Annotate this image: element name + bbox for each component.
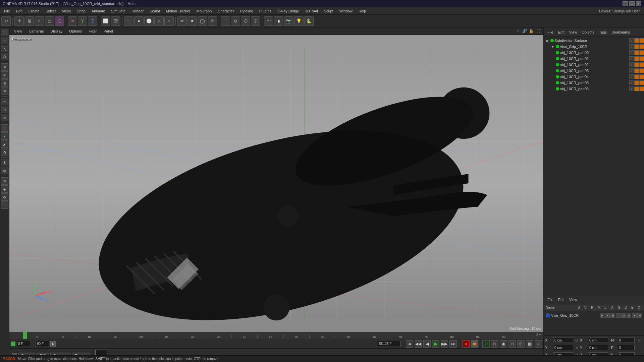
prev-keyframe-btn[interactable]: ◀◀ [415,340,422,348]
tree-check-p02-1[interactable]: ✓ [629,62,634,67]
lt-axis-x[interactable]: X [1,124,8,132]
tree-item-subdivision[interactable]: ▶ Subdivision Surface ✓ [544,38,644,44]
vp-menu-display[interactable]: Display [48,28,64,34]
menu-plugins[interactable]: Plugins [257,8,274,14]
tree-item-part00[interactable]: obj_10CR_part00 ✓ [544,50,644,56]
tree-item-part02[interactable]: obj_10CR_part02 ✓ [544,62,644,68]
menu-pipeline[interactable]: Pipeline [237,8,256,14]
minimize-button[interactable]: _ [623,1,628,6]
primitive-cylinder[interactable]: ⚪ [144,16,154,26]
tree-check-p01-1[interactable]: ✓ [629,56,634,61]
lt-model-mode[interactable]: ⬛ [1,29,8,36]
tree-check-p03-1[interactable]: ✓ [629,68,634,73]
render-to-btn[interactable]: ⊙ [508,340,516,348]
menu-motion-tracker[interactable]: Motion Tracker [163,8,193,14]
tool-active[interactable]: ⬡ [55,16,64,26]
spline-star[interactable]: ★ [187,16,197,26]
om-objects[interactable]: Objects [580,29,596,35]
vp-icon-link[interactable]: 🔗 [522,28,527,34]
menu-file[interactable]: File [1,8,13,14]
lt-move[interactable]: ✛ [1,71,8,79]
frame-step-btn[interactable]: ▶ [50,341,56,347]
lt-rotate[interactable]: ↻ [1,87,8,95]
lt-bridge[interactable]: ⊟ [1,106,8,113]
attr-icon-6[interactable]: ⊛ [627,313,631,318]
lt-knife[interactable]: ✁ [1,98,8,105]
menu-mesh[interactable]: Mesh [59,8,73,14]
tree-item-part04[interactable]: obj_10CR_part04 ✓ [544,74,644,80]
tree-check-p00-2[interactable] [634,50,639,55]
coord-h-val[interactable] [618,338,635,343]
tree-check-3[interactable] [639,38,644,43]
tree-item-vise-grip[interactable]: ▼ Vise_Grip_10CR ✓ [544,44,644,50]
vp-menu-filter[interactable]: Filter [87,28,99,34]
primitive-cube[interactable]: ⬛ [124,16,133,26]
lt-circle[interactable]: ○ [1,201,8,209]
tree-check-vise-2[interactable] [634,44,639,49]
lt-grid[interactable]: ⊞ [1,177,8,185]
deformer-bend[interactable]: 〰 [264,16,273,26]
keyframe-add-btn[interactable]: ⊕ [482,340,490,348]
deformer-bulge[interactable]: ◗ [274,16,283,26]
om-file[interactable]: File [546,29,555,35]
lt-select-live[interactable]: ⊛ [1,63,8,71]
tree-check-p00-1[interactable]: ✓ [629,50,634,55]
tree-check-p03-2[interactable] [634,68,639,73]
coord-p-val[interactable] [618,345,635,350]
menu-window[interactable]: Window [337,8,355,14]
tree-check-2[interactable] [634,38,639,43]
lt-mirror[interactable]: ⊞ [1,114,8,121]
undo-button[interactable]: ↩ [1,16,11,26]
mode-y[interactable]: Y [78,16,87,26]
menu-edit[interactable]: Edit [13,8,25,14]
coord-h-arrow[interactable]: ▷ [636,339,643,342]
timeline-view-btn[interactable]: ▦ [526,340,533,348]
menu-character[interactable]: Character [215,8,236,14]
vp-icon-lock[interactable]: 🔒 [529,28,534,34]
coord-y-size[interactable] [588,345,608,350]
start-frame-input[interactable] [17,341,30,347]
generator-loft[interactable]: ◫ [251,16,260,26]
mode-render[interactable]: 🎬 [111,16,120,26]
tree-check-vise-3[interactable] [639,44,644,49]
menu-sculpt[interactable]: Sculpt [147,8,163,14]
tree-check-p05-2[interactable] [634,80,639,85]
mode-object[interactable]: ⬜ [101,16,110,26]
tree-check-p04-3[interactable] [639,74,644,79]
lt-axis-y[interactable]: Y [1,132,8,140]
tree-check-p06-3[interactable] [639,86,644,91]
record-btn[interactable]: ● [462,340,470,348]
mode-z[interactable]: Z [88,16,97,26]
keyframe-remove-btn[interactable]: ⊖ [491,340,498,348]
attr-icon-3[interactable]: ⊞ [610,313,615,318]
om-bookmarks[interactable]: Bookmarks [610,29,632,35]
om-tags[interactable]: Tags [597,29,608,35]
python-btn[interactable]: 🐍 [304,16,314,26]
spline-pen[interactable]: ✏ [177,16,187,26]
tree-check-p04-1[interactable]: ✓ [629,74,634,79]
generator-extrude[interactable]: ⬚ [221,16,230,26]
auto-key-btn[interactable]: ⏺ [471,340,478,348]
primitive-cone[interactable]: △ [154,16,164,26]
menu-render[interactable]: Render [129,8,146,14]
tree-check-p05-1[interactable]: ✓ [629,80,634,85]
tree-check-p04-2[interactable] [634,74,639,79]
menu-3dtoall[interactable]: 3DToAll [303,8,321,14]
timeline-grid-btn[interactable]: ⊞ [517,340,525,348]
vp-menu-options[interactable]: Options [67,28,84,34]
menu-vray[interactable]: V-Ray Bridge [275,8,302,14]
attr-icon-7[interactable]: ▼ [632,313,637,318]
attr-view[interactable]: View [568,297,579,302]
menu-create[interactable]: Create [26,8,42,14]
tree-check-vise-1[interactable]: ✓ [629,44,634,49]
menu-mograph[interactable]: MoGraph [194,8,214,14]
menu-simulate[interactable]: Simulate [108,8,128,14]
spline-circle[interactable]: ◯ [198,16,207,26]
go-to-start-btn[interactable]: ⏮ [406,340,413,348]
tree-check-p05-3[interactable] [639,80,644,85]
lt-sculpt[interactable]: ✿ [1,148,8,156]
attr-icon-5[interactable]: ⊙ [621,313,626,318]
tree-check-p06-2[interactable] [634,86,639,91]
tree-check-p01-3[interactable] [639,56,644,61]
menu-snap[interactable]: Snap [74,8,88,14]
